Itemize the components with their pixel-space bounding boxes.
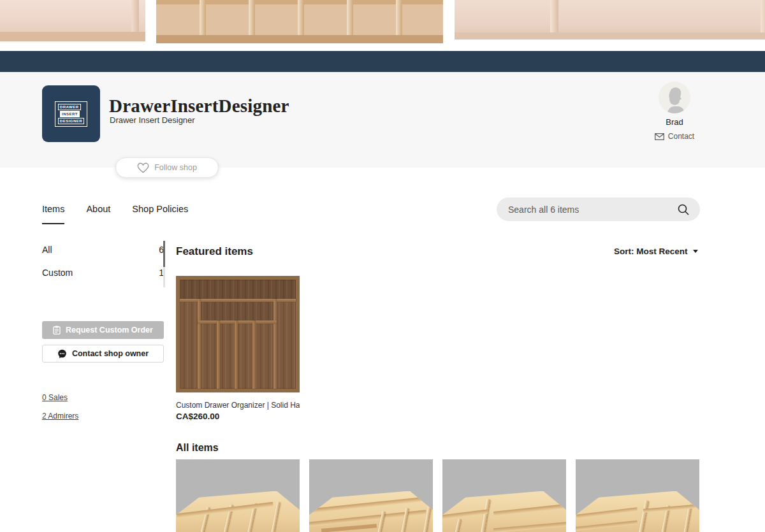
chat-bubble-icon [57,349,67,359]
request-custom-order-label: Request Custom Order [66,326,153,334]
shop-banner [0,0,765,45]
contact-shop-owner-label: Contact shop owner [72,349,149,358]
category-sidebar: All 6 Custom 1 Request Custom Order [42,241,164,421]
sales-link[interactable]: 0 Sales [42,393,164,402]
follow-shop-button[interactable]: Follow shop [115,157,219,178]
shop-logo-mark: DRAWER INSERT DESIGNER [55,101,87,127]
tab-items[interactable]: Items [42,204,64,224]
sort-dropdown[interactable]: Sort: Most Recent [614,247,698,256]
search-input[interactable] [508,205,677,215]
clipboard-icon [53,326,61,334]
category-item-all[interactable]: All 6 [42,241,164,258]
logo-text: DRAWER [58,104,81,110]
featured-product-title: Custom Drawer Organizer | Solid Hard... [176,401,300,410]
banner-photo-center [156,0,443,43]
shop-logo: DRAWER INSERT DESIGNER [42,85,100,142]
envelope-icon [655,133,664,140]
featured-items-heading: Featured items [176,245,253,258]
product-thumbnail-4[interactable] [576,459,699,532]
contact-shop-owner-button[interactable]: Contact shop owner [42,345,164,363]
product-thumbnail-3[interactable] [442,459,566,532]
drawer-organizer-render [309,491,433,532]
category-item-custom[interactable]: Custom 1 [42,264,164,281]
heart-icon [137,162,149,173]
admirers-link[interactable]: 2 Admirers [42,412,164,421]
banner-photo-shelf [0,32,145,41]
follow-shop-label: Follow shop [154,163,197,172]
banner-photo-right [455,0,765,40]
category-scroll-track[interactable] [163,241,165,287]
category-label: Custom [42,268,73,278]
featured-product-price: CA$260.00 [176,412,300,421]
drawer-organizer-render [442,491,566,532]
shop-search [497,198,700,221]
owner-avatar[interactable] [659,82,690,113]
product-thumbnail-1[interactable] [176,459,300,532]
all-items-grid [176,459,699,532]
product-thumbnail-2[interactable] [309,459,433,532]
logo-text: INSERT [60,111,80,117]
tab-shop-policies[interactable]: Shop Policies [132,204,188,224]
banner-accent-bar [0,51,765,72]
tab-about[interactable]: About [86,204,110,224]
shop-tagline: Drawer Insert Designer [110,115,195,125]
featured-product-card[interactable]: Custom Drawer Organizer | Solid Hard... … [176,276,300,421]
avatar-silhouette-icon [659,82,690,113]
shop-tabs: Items About Shop Policies [42,204,188,224]
drawer-organizer-render [576,491,699,532]
drawer-organizer-render [176,491,300,532]
all-items-heading: All items [176,442,219,454]
owner-contact-button[interactable]: Contact [647,132,702,141]
search-icon[interactable] [677,203,690,216]
sort-label: Sort: Most Recent [614,247,688,256]
logo-text: DESIGNER [58,118,84,124]
shop-page: DRAWER INSERT DESIGNER DrawerInsertDesig… [0,0,765,532]
owner-name[interactable]: Brad [647,117,702,127]
banner-photo-divider [131,0,139,32]
shop-name: DrawerInsertDesigner [109,96,289,117]
category-scroll-thumb[interactable] [163,241,165,267]
owner-contact-label: Contact [668,132,694,141]
request-custom-order-button[interactable]: Request Custom Order [42,321,164,339]
caret-down-icon [693,250,698,253]
banner-photo-left [0,0,145,41]
featured-product-image [176,276,300,392]
shop-owner-block: Brad Contact [647,82,702,141]
category-label: All [42,245,52,255]
